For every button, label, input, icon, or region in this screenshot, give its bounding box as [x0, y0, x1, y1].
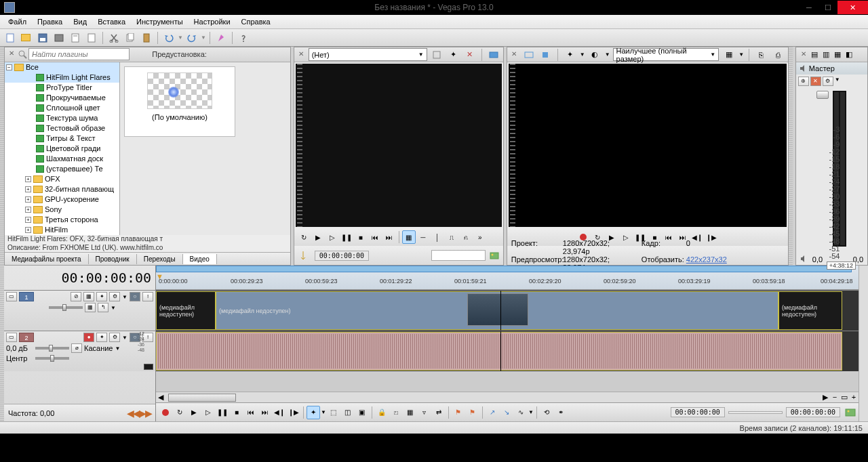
track-min-icon[interactable]: ▭	[6, 292, 17, 301]
normal-edit-tool[interactable]: ✦	[307, 406, 320, 419]
menu-view[interactable]: Вид	[68, 16, 92, 27]
fx-expand-icon[interactable]: »	[473, 230, 487, 244]
prev-fx-icon[interactable]: ✦	[563, 47, 577, 62]
picture-icon[interactable]	[845, 408, 856, 417]
tree-folder[interactable]: +HitFilm	[5, 225, 119, 235]
tl-grid-icon[interactable]: ▦	[403, 406, 417, 419]
menu-insert[interactable]: Вставка	[92, 16, 131, 27]
tl-auto1-icon[interactable]: ↗	[486, 406, 499, 419]
quality-dropdown[interactable]: Наилучшее (полный размер)▼	[613, 48, 719, 61]
video-clip-1[interactable]: (медиафайл недоступен)	[156, 291, 216, 330]
preview-close-icon[interactable]: ✕	[510, 50, 519, 60]
menu-settings[interactable]: Настройки	[189, 16, 236, 27]
menu-edit[interactable]: Правка	[32, 16, 68, 27]
tree-folder[interactable]: +Sony	[5, 205, 119, 215]
fx-loop-icon[interactable]: ↻	[297, 230, 311, 244]
track-auto2-icon[interactable]: ⚙	[109, 333, 120, 342]
track-phase-icon[interactable]: ⌀	[71, 343, 82, 353]
tl-end-icon[interactable]: ⏭	[258, 406, 272, 419]
menu-tools[interactable]: Инструменты	[131, 16, 189, 27]
track-arm-icon[interactable]: ●	[83, 333, 94, 342]
fx-timecode[interactable]: 00:00:00:00	[315, 251, 369, 261]
master-close-icon[interactable]: ✕	[799, 50, 808, 60]
tree-fx-item[interactable]: Сплошной цвет	[5, 103, 119, 113]
tl-pause-icon[interactable]: ❚❚	[216, 406, 229, 419]
tl-next-icon[interactable]: ❙▶	[287, 406, 300, 419]
fx-slider[interactable]	[431, 250, 486, 261]
grip-master[interactable]	[789, 47, 793, 266]
open-button[interactable]	[19, 30, 34, 45]
master-btn1[interactable]: ▤	[809, 47, 820, 62]
tree-fx-item[interactable]: Шахматная доск	[5, 154, 119, 164]
fx-btn-d[interactable]: ⎌	[459, 230, 473, 244]
tl-flag-in-icon[interactable]: ⚑	[452, 406, 465, 419]
tab-video[interactable]: Видео	[183, 254, 217, 264]
render-button[interactable]	[52, 30, 66, 45]
help-icon[interactable]	[236, 30, 251, 45]
tl-play-icon[interactable]: ▷	[201, 406, 215, 419]
audio-track-lane[interactable]	[156, 331, 859, 371]
tree-fx-item[interactable]: Цветовой гради	[5, 144, 119, 154]
fx-remove-icon[interactable]: ✕	[462, 47, 476, 62]
fx-btn-a[interactable]: ─	[416, 230, 430, 244]
cut-button[interactable]	[106, 30, 121, 45]
tab-transitions[interactable]: Переходы	[137, 254, 183, 264]
panel-close-icon[interactable]: ✕	[7, 49, 16, 59]
tl-sync-icon[interactable]: ⟲	[540, 406, 553, 419]
track-fx-icon[interactable]: ✦	[96, 292, 107, 301]
track-parent-icon[interactable]: ↰	[98, 303, 108, 312]
tree-fx-item[interactable]: HitFilm Light Flares	[5, 72, 119, 83]
tl-ripple-icon[interactable]: ⇄	[432, 406, 446, 419]
tree-fx-item[interactable]: Прокручиваемые	[5, 93, 119, 103]
video-clip-3[interactable]: (медиафайл недоступен)	[778, 291, 842, 330]
tree-fx-item[interactable]: (устаревшее) Те	[5, 164, 119, 174]
tree-fx-item[interactable]: Текстура шума	[5, 113, 119, 123]
master-btn2[interactable]: ▥	[821, 47, 831, 62]
tl-record-button[interactable]	[159, 406, 172, 419]
minimize-button[interactable]: ─	[800, 1, 818, 14]
fx-start-icon[interactable]: ⏮	[368, 230, 382, 244]
tl-auto2-icon[interactable]: ↘	[500, 406, 513, 419]
track-solo-btn[interactable]: !	[142, 292, 153, 301]
paste-button[interactable]	[139, 30, 154, 45]
undo-button[interactable]	[161, 30, 176, 45]
tl-start-icon[interactable]: ⏮	[244, 406, 258, 419]
video-clip-2[interactable]: (медиафайл недоступен)	[216, 291, 778, 330]
video-canvas[interactable]	[509, 64, 787, 227]
track-min-icon[interactable]: ▭	[6, 333, 17, 342]
fx-play2-icon[interactable]: ▷	[326, 230, 339, 244]
master-mute-icon[interactable]: ✕	[810, 77, 821, 86]
master-insert-icon[interactable]: ⊕	[798, 77, 809, 86]
track-mute-btn[interactable]: ○	[130, 292, 140, 301]
fx-stop-icon[interactable]: ■	[354, 230, 368, 244]
search-input[interactable]	[28, 48, 130, 60]
audio-vol-slider[interactable]	[35, 347, 69, 350]
fx-btn2[interactable]: ✦	[446, 47, 460, 62]
menu-file[interactable]: Файл	[3, 16, 32, 27]
save-button[interactable]	[35, 30, 50, 45]
close-button[interactable]: ✕	[837, 1, 868, 14]
timeline-tracks[interactable]: ▼ 0:00:00:00 00:00:29:23 00:00:59:23 00:…	[156, 266, 859, 421]
fx-end-icon[interactable]: ⏭	[382, 230, 396, 244]
track-fx2-icon[interactable]: ✦	[96, 333, 107, 342]
picture-icon[interactable]	[490, 251, 499, 260]
tree-root[interactable]: −Все	[5, 62, 119, 72]
fx-canvas[interactable]	[296, 64, 502, 227]
tab-media[interactable]: Медиафайлы проекта	[5, 254, 89, 264]
menu-help[interactable]: Справка	[236, 16, 276, 27]
tl-marker-icon[interactable]: ▿	[418, 406, 431, 419]
prev-grid-icon[interactable]: ▦	[722, 47, 736, 62]
tab-explorer[interactable]: Проводник	[89, 254, 137, 264]
fx-play-icon[interactable]: ▶	[311, 230, 325, 244]
tree-fx-item[interactable]: Титры & Текст	[5, 133, 119, 144]
tl-link-icon[interactable]: ⚭	[554, 406, 568, 419]
tree-folder[interactable]: +32-битная плавающ	[5, 184, 119, 194]
tl-flag-out-icon[interactable]: ⚑	[466, 406, 479, 419]
properties-button[interactable]	[68, 30, 83, 45]
audio-pan-slider[interactable]	[35, 357, 69, 360]
tl-snap-icon[interactable]: ⏍	[389, 406, 403, 419]
tl-stop-icon[interactable]: ■	[230, 406, 243, 419]
tl-tool-3[interactable]: ▣	[355, 406, 369, 419]
prev-copy-icon[interactable]: ⎘	[754, 47, 768, 62]
fx-close-icon[interactable]: ✕	[297, 50, 306, 60]
